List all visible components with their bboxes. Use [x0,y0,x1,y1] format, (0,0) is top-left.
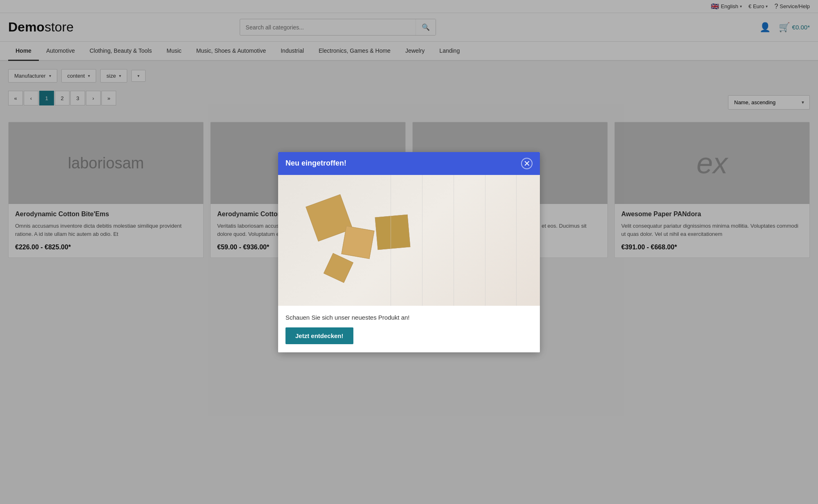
box-3 [375,214,411,250]
modal-header: Neu eingetroffen! ✕ [278,152,540,175]
modal-close-button[interactable]: ✕ [521,158,533,169]
boxes-scene [278,175,540,267]
divider-line-1 [391,175,391,267]
divider-line-2 [422,175,422,267]
modal-title: Neu eingetroffen! [285,159,346,168]
box-2 [341,226,374,259]
divider-line-5 [516,175,517,267]
divider-line-4 [485,175,485,267]
modal-overlay[interactable]: Neu eingetroffen! ✕ Schauen Sie sich uns… [0,0,818,266]
divider-line-3 [454,175,454,267]
modal: Neu eingetroffen! ✕ Schauen Sie sich uns… [278,152,540,267]
modal-image [278,175,540,267]
